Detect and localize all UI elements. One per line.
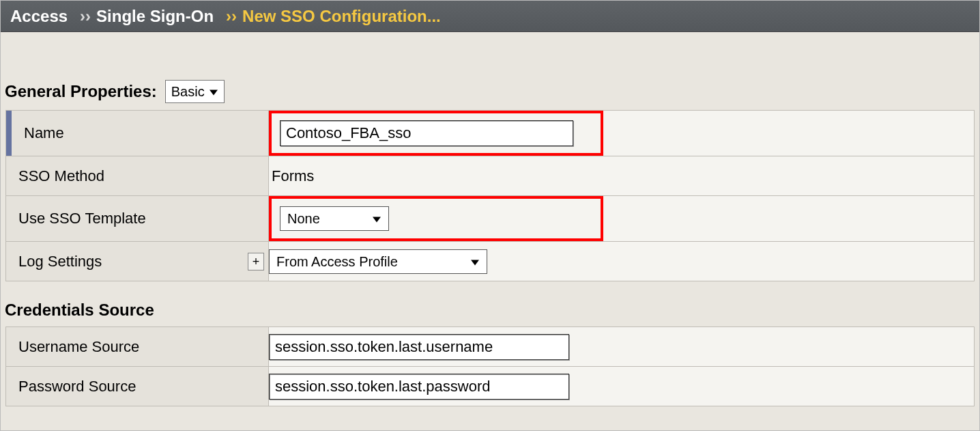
breadcrumb-current: New SSO Configuration...: [242, 7, 441, 26]
section-credentials-source: Credentials Source: [1, 281, 979, 326]
sso-method-value: Forms: [269, 167, 314, 184]
log-settings-label: Log Settings: [6, 253, 268, 270]
password-source-input[interactable]: [269, 374, 569, 400]
use-sso-template-label: Use SSO Template: [6, 210, 268, 227]
breadcrumb-item-sso[interactable]: Single Sign-On: [96, 7, 214, 26]
section-general-properties: General Properties: Basic: [1, 32, 979, 110]
general-mode-select[interactable]: Basic: [165, 80, 225, 103]
username-source-label: Username Source: [6, 338, 268, 356]
general-properties-title: General Properties:: [5, 82, 157, 101]
name-label: Name: [6, 124, 268, 142]
credentials-source-table: Username Source Password Source: [5, 326, 975, 406]
username-source-input[interactable]: [269, 334, 569, 360]
credentials-source-title: Credentials Source: [5, 301, 154, 320]
template-highlight-box: None: [269, 196, 603, 241]
chevron-right-icon: ››: [80, 7, 91, 26]
breadcrumb-item-access[interactable]: Access: [10, 7, 68, 26]
chevron-right-icon: ››: [226, 7, 237, 26]
password-source-label: Password Source: [6, 378, 268, 395]
name-input[interactable]: [280, 120, 573, 146]
name-highlight-box: [269, 111, 603, 156]
sso-method-label: SSO Method: [6, 167, 268, 185]
breadcrumb: Access ›› Single Sign-On ›› New SSO Conf…: [1, 1, 979, 32]
add-log-setting-button[interactable]: +: [248, 253, 264, 270]
use-sso-template-select[interactable]: None: [280, 206, 389, 231]
log-settings-select[interactable]: From Access Profile: [269, 249, 487, 274]
general-properties-table: Name SSO Method Forms Use SSO Template: [5, 110, 975, 281]
